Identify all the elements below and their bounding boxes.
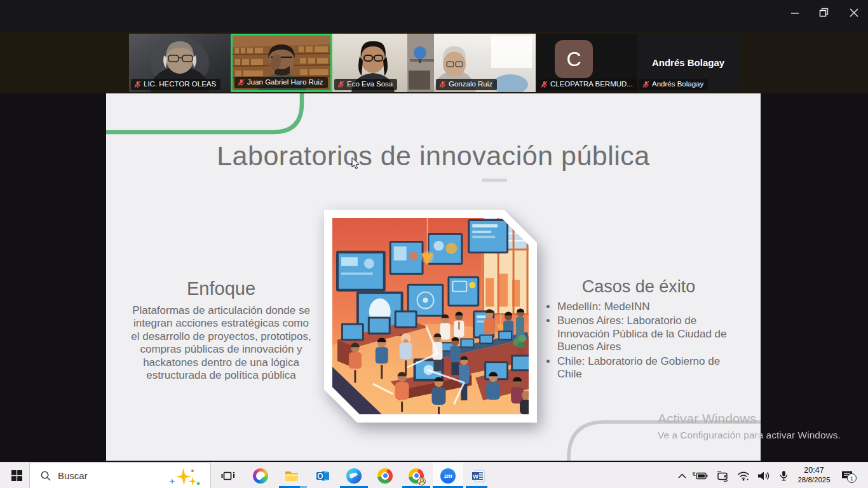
chrome-button[interactable] — [377, 463, 393, 488]
copilot-icon — [253, 468, 268, 484]
video-strip-background-right — [739, 32, 868, 93]
participant-display-name: Andrés Bolagay — [637, 57, 739, 68]
task-view-button[interactable] — [220, 463, 236, 488]
participant-name: LIC. HECTOR OLEAS — [144, 80, 216, 88]
cast-icon — [715, 470, 729, 482]
tray-expand-button[interactable] — [675, 463, 689, 488]
chrome-profile-icon — [409, 468, 424, 484]
network-status[interactable] — [735, 463, 752, 488]
participant-name-tag: Andrés Bolagay — [639, 79, 708, 90]
participant-avatar: C — [555, 40, 593, 78]
participant-name: CLEOPATRA BERMUD... — [550, 80, 633, 88]
enfoque-heading: Enfoque — [129, 278, 313, 299]
restore-icon[interactable] — [815, 4, 833, 22]
zoom-meeting-window: LIC. HECTOR OLEAS Juan Gabriel Haro R — [0, 0, 868, 488]
muted-mic-icon — [439, 81, 446, 88]
participant-name: Gonzalo Ruiz — [449, 80, 492, 88]
time-label: 20:47 — [793, 466, 835, 475]
casos-list: Medellín: MedeINN Buenos Aires: Laborato… — [543, 301, 734, 381]
window-title-bar — [0, 0, 868, 32]
muted-mic-icon — [337, 81, 344, 88]
muted-mic-icon — [238, 79, 245, 86]
participant-name: Juan Gabriel Haro Ruiz — [247, 78, 323, 86]
video-tile-eva[interactable]: Eco Eva Sosa — [332, 34, 434, 92]
file-explorer-icon — [284, 468, 299, 484]
edge-icon — [346, 468, 362, 484]
video-tile-andres[interactable]: Andrés Bolagay Andrés Bolagay — [637, 34, 739, 92]
search-input[interactable]: Buscar — [29, 463, 211, 488]
participant-name: Eco Eva Sosa — [347, 80, 393, 88]
participant-name-tag: CLEOPATRA BERMUD... — [538, 79, 637, 90]
volume-status[interactable] — [756, 463, 773, 488]
notification-count-badge: 1 — [847, 473, 857, 483]
outlook-icon — [315, 468, 330, 484]
enfoque-body: Plataformas de articulación donde se int… — [129, 304, 313, 382]
title-underline-dash — [482, 179, 507, 182]
slide-gray-accent-curve — [564, 417, 761, 461]
lab-illustration-frame — [324, 210, 537, 423]
casos-item: Buenos Aires: Laboratorio de Innovación … — [557, 315, 734, 353]
shared-screen-slide: Laboratorios de innovación pública Enfoq… — [106, 93, 761, 461]
video-tile-gonzalo[interactable]: Gonzalo Ruiz — [434, 34, 536, 92]
svg-text:W: W — [473, 473, 478, 479]
participant-name-tag: LIC. HECTOR OLEAS — [131, 79, 220, 90]
lab-illustration — [332, 218, 529, 414]
participant-name: Andrés Bolagay — [652, 80, 703, 88]
watermark-line2: Ve a Configuración para activar Windows. — [658, 430, 841, 441]
casos-heading: Casos de éxito — [543, 277, 734, 297]
casos-block: Casos de éxito Medellín: MedeINN Buenos … — [543, 277, 734, 382]
close-icon[interactable] — [845, 4, 863, 22]
edge-button[interactable] — [346, 463, 362, 488]
zoom-app-icon: zm — [440, 468, 456, 484]
outlook-button[interactable] — [315, 463, 330, 488]
search-highlights-sparkle-icon — [166, 467, 201, 486]
windows-logo-icon — [11, 470, 22, 481]
start-button[interactable] — [5, 463, 28, 488]
minimize-icon[interactable] — [786, 4, 804, 22]
word-button[interactable]: W — [471, 463, 486, 488]
participant-name-tag: Gonzalo Ruiz — [436, 79, 497, 90]
watermark-line1: Activar Windows — [658, 411, 841, 426]
muted-mic-icon — [642, 81, 649, 88]
muted-mic-icon — [134, 81, 141, 88]
muted-mic-icon — [541, 81, 548, 88]
chrome-icon — [377, 468, 393, 484]
video-tile-cleopatra[interactable]: C CLEOPATRA BERMUD... — [536, 34, 637, 92]
casos-item: Medellín: MedeINN — [557, 301, 734, 313]
mouse-cursor — [351, 157, 360, 170]
cast-device-status[interactable] — [714, 463, 731, 488]
profile-badge-icon — [417, 477, 426, 485]
copilot-button[interactable] — [253, 463, 268, 488]
video-tile-hector[interactable]: LIC. HECTOR OLEAS — [129, 34, 231, 92]
participant-name-tag: Eco Eva Sosa — [334, 79, 397, 90]
word-icon: W — [471, 468, 486, 484]
search-icon — [40, 470, 51, 482]
date-label: 28/8/2025 — [793, 475, 835, 484]
activate-windows-watermark: Activar Windows Ve a Configuración para … — [658, 411, 841, 441]
speaker-icon — [757, 471, 771, 481]
clock[interactable]: 20:47 28/8/2025 — [793, 466, 835, 484]
enfoque-block: Enfoque Plataformas de articulación dond… — [129, 278, 313, 382]
slide-green-accent-curve — [106, 93, 309, 138]
casos-item: Chile: Laboratorio de Gobierno de Chile — [557, 355, 734, 381]
chrome-profile-button[interactable] — [409, 463, 424, 488]
file-explorer-button[interactable] — [284, 463, 299, 488]
windows-taskbar: Buscar — [0, 462, 868, 488]
chevron-up-icon — [678, 473, 686, 478]
microphone-icon — [780, 470, 788, 481]
video-tile-juan-active-speaker[interactable]: Juan Gabriel Haro Ruiz — [231, 34, 332, 92]
wifi-icon — [737, 471, 750, 481]
battery-charging-icon — [693, 471, 708, 480]
zoom-app-button[interactable]: zm — [440, 463, 456, 488]
participant-name-tag: Juan Gabriel Haro Ruiz — [234, 77, 328, 88]
slide-title: Laboratorios de innovación pública — [106, 140, 761, 172]
task-view-icon — [220, 468, 236, 484]
microphone-status[interactable] — [776, 463, 790, 488]
battery-status[interactable] — [692, 463, 709, 488]
search-placeholder: Buscar — [58, 470, 88, 481]
